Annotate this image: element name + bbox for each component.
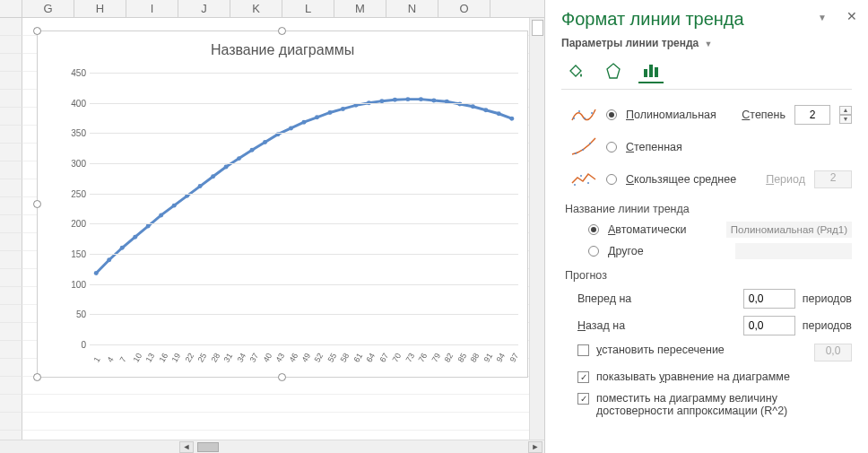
show-r2-label[interactable]: поместить на диаграмму величину достовер…: [596, 392, 852, 417]
svg-point-32: [509, 117, 514, 121]
intercept-checkbox[interactable]: [577, 344, 589, 356]
panel-subtitle[interactable]: Параметры линии тренда ▼: [561, 37, 852, 49]
panel-dropdown-icon[interactable]: ▼: [818, 13, 827, 22]
row-header[interactable]: [0, 108, 22, 126]
row-header[interactable]: [0, 233, 22, 251]
row-header[interactable]: [0, 269, 22, 287]
column-header[interactable]: L: [282, 0, 334, 17]
column-header[interactable]: M: [334, 0, 386, 17]
svg-rect-36: [655, 67, 658, 77]
y-tick: 100: [71, 279, 86, 289]
x-tick: 37: [248, 352, 261, 364]
svg-point-19: [341, 107, 345, 111]
row-header[interactable]: [0, 413, 22, 431]
options-tab-icon[interactable]: [638, 58, 664, 83]
svg-point-43: [589, 143, 591, 144]
column-header[interactable]: G: [22, 0, 74, 17]
forecast-backward-row: Назад на периодов: [561, 312, 852, 339]
row-header[interactable]: [0, 197, 22, 215]
auto-name-label[interactable]: Автоматически: [608, 223, 686, 236]
power-label[interactable]: Степенная: [626, 141, 852, 153]
power-icon: [570, 136, 597, 158]
svg-point-11: [237, 156, 241, 161]
svg-point-31: [497, 111, 501, 116]
effects-tab-icon[interactable]: [601, 58, 626, 83]
backward-label: Назад на: [577, 319, 658, 332]
row-header[interactable]: [0, 341, 22, 359]
panel-tab-icons: [561, 58, 852, 83]
column-header[interactable]: N: [386, 0, 438, 17]
data-series[interactable]: [90, 73, 518, 344]
svg-rect-35: [649, 65, 653, 77]
scroll-left-arrow[interactable]: ◄: [179, 441, 194, 453]
movavg-label[interactable]: Скользящее среднее: [626, 173, 757, 186]
column-header[interactable]: O: [438, 0, 490, 17]
row-header[interactable]: [0, 287, 22, 305]
resize-handle[interactable]: [33, 200, 41, 208]
other-name-radio[interactable]: [588, 246, 599, 257]
close-icon[interactable]: ✕: [846, 9, 857, 23]
chart-object[interactable]: Название диаграммы 050100150200250300350…: [37, 30, 528, 378]
chart-title[interactable]: Название диаграммы: [38, 31, 527, 65]
svg-point-8: [198, 184, 203, 188]
vertical-scrollbar[interactable]: [529, 18, 544, 440]
row-header[interactable]: [0, 18, 22, 36]
degree-spinner[interactable]: ▲▼: [839, 106, 852, 124]
row-header[interactable]: [0, 215, 22, 233]
cell-grid[interactable]: Название диаграммы 050100150200250300350…: [22, 18, 544, 440]
row-header[interactable]: [0, 36, 22, 54]
column-header[interactable]: J: [178, 0, 230, 17]
resize-handle[interactable]: [33, 27, 41, 35]
intercept-label[interactable]: установить пересечение: [596, 344, 725, 356]
format-trendline-panel: ▼ ✕ Формат линии тренда Параметры линии …: [545, 0, 868, 453]
scroll-thumb[interactable]: [197, 442, 219, 452]
row-header[interactable]: [0, 359, 22, 377]
movavg-radio[interactable]: [606, 174, 617, 185]
intercept-row: установить пересечение 0,0: [561, 339, 852, 366]
row-header[interactable]: [0, 323, 22, 341]
resize-handle[interactable]: [278, 373, 286, 381]
resize-handle[interactable]: [33, 373, 41, 381]
row-header[interactable]: [0, 377, 22, 395]
row-header[interactable]: [0, 54, 22, 72]
scroll-right-arrow[interactable]: ►: [528, 441, 542, 453]
auto-name-radio[interactable]: [588, 224, 599, 235]
select-all-corner[interactable]: [0, 0, 22, 17]
column-header[interactable]: K: [230, 0, 282, 17]
fill-tab-icon[interactable]: [563, 58, 588, 83]
column-header[interactable]: H: [74, 0, 126, 17]
row-header[interactable]: [0, 72, 22, 90]
x-tick: 76: [417, 352, 430, 364]
row-header[interactable]: [0, 179, 22, 197]
row-header[interactable]: [0, 395, 22, 413]
polynomial-radio[interactable]: [606, 109, 617, 120]
row-header[interactable]: [0, 126, 22, 144]
degree-label: Степень: [742, 109, 786, 121]
trendline-power-row: Степенная: [561, 131, 852, 163]
degree-input[interactable]: [794, 105, 830, 125]
show-equation-label[interactable]: показывать уравнение на диаграмме: [596, 370, 790, 383]
row-header[interactable]: [0, 251, 22, 269]
x-tick: 94: [495, 352, 508, 364]
polynomial-label[interactable]: Полиномиальная: [626, 109, 733, 121]
show-r2-checkbox[interactable]: [577, 393, 589, 405]
y-tick: 300: [71, 159, 86, 169]
x-tick: 61: [352, 352, 365, 364]
column-header[interactable]: I: [126, 0, 178, 17]
svg-point-25: [419, 97, 423, 101]
power-radio[interactable]: [606, 142, 617, 152]
svg-point-46: [587, 182, 589, 184]
backward-input[interactable]: [743, 316, 795, 335]
row-header[interactable]: [0, 90, 22, 108]
horizontal-scrollbar[interactable]: ◄ ►: [0, 440, 544, 453]
row-header[interactable]: [0, 144, 22, 161]
other-name-label[interactable]: Другое: [608, 245, 644, 257]
x-tick: 82: [443, 352, 456, 364]
forward-input[interactable]: [743, 289, 795, 309]
show-equation-checkbox[interactable]: [577, 371, 589, 383]
resize-handle[interactable]: [278, 27, 286, 35]
column-headers: GHIJKLMNO: [0, 0, 544, 18]
row-header[interactable]: [0, 161, 22, 179]
row-header[interactable]: [0, 305, 22, 323]
y-axis: 050100150200250300350400450: [63, 73, 90, 344]
